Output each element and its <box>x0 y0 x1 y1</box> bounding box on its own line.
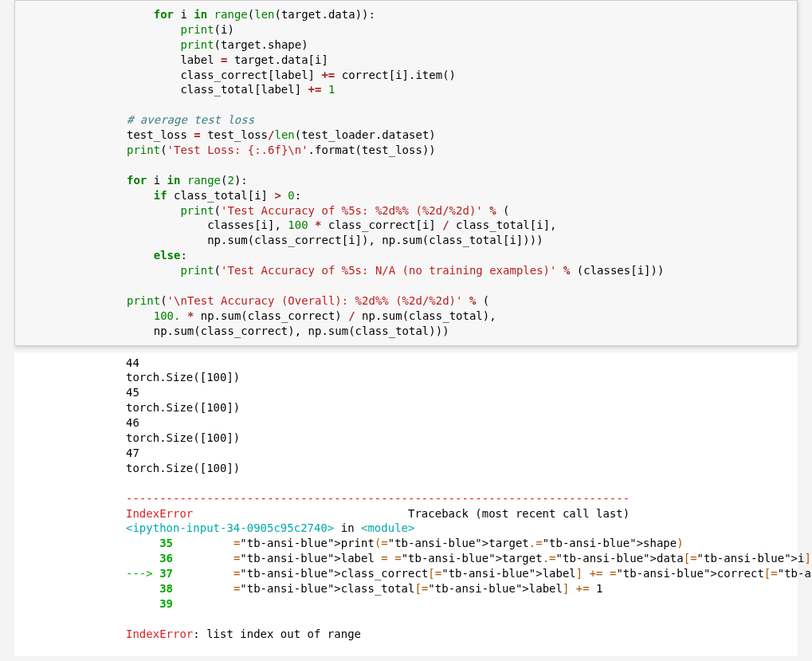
output-line: 47 <box>126 447 139 459</box>
traceback-file: <ipython-input-34-0905c95c2740> <box>126 521 334 534</box>
output-line: 45 <box>126 386 139 399</box>
traceback-in: in <box>334 521 361 534</box>
input-prompt-gutter <box>15 1 127 345</box>
output-line: torch.Size([100]) <box>126 371 240 384</box>
traceback-label: Traceback (most recent call last) <box>408 507 630 520</box>
final-error-sep: : <box>193 628 206 640</box>
traceback-body: 35 ="tb-ansi-blue">print(="tb-ansi-blue"… <box>126 537 812 610</box>
error-name: IndexError <box>126 507 193 520</box>
output-line: 44 <box>126 356 139 369</box>
output-prompt-gutter <box>14 352 126 656</box>
traceback-divider: ----------------------------------------… <box>126 492 630 505</box>
output-cell: 44 torch.Size([100]) 45 torch.Size([100]… <box>14 352 798 656</box>
code-area[interactable]: for i in range(len(target.data)): print(… <box>127 1 797 345</box>
output-line: torch.Size([100]) <box>126 462 240 474</box>
output-line: torch.Size([100]) <box>126 401 240 414</box>
output-line: 46 <box>126 416 139 429</box>
output-area: 44 torch.Size([100]) 45 torch.Size([100]… <box>126 352 812 656</box>
final-error-message: list index out of range <box>206 628 361 640</box>
final-error-name: IndexError <box>126 628 193 640</box>
traceback-module: <module> <box>361 521 414 534</box>
notebook-container: for i in range(len(target.data)): print(… <box>0 0 812 661</box>
output-line: torch.Size([100]) <box>126 431 240 444</box>
code-cell: for i in range(len(target.data)): print(… <box>14 0 798 346</box>
tb-spacing <box>193 507 408 520</box>
